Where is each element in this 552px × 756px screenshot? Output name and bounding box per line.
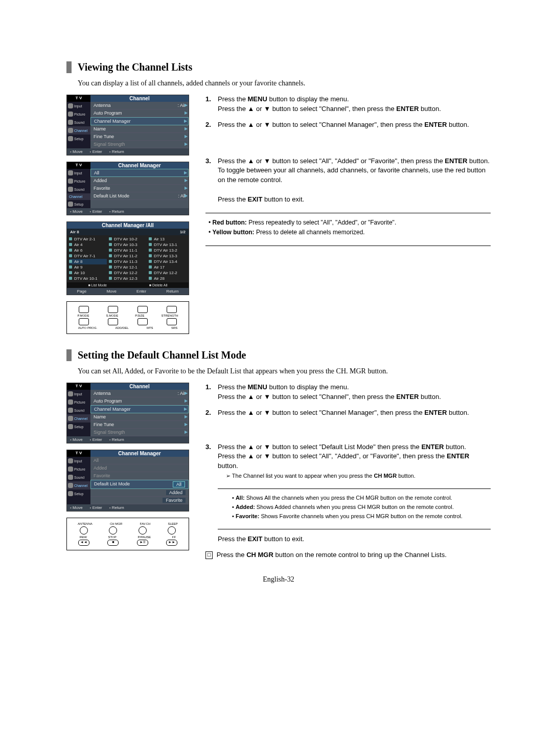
sound-icon bbox=[68, 187, 73, 192]
remote-diagram-b: ANTENNA CH MGR FAV.CH SLEEP REW STOP P/P… bbox=[66, 518, 189, 550]
section-b-title: Setting the Default Channel List Mode bbox=[66, 349, 491, 361]
picture-icon bbox=[68, 179, 73, 184]
osd-tv-label: T V bbox=[67, 95, 90, 102]
osd-row-all: All▶ bbox=[90, 169, 189, 177]
osd-row-autoprogram: Auto Program▶ bbox=[90, 109, 189, 117]
osd-row-default-list-b: Default List Mode All bbox=[90, 480, 189, 489]
osd-side-sound: Sound bbox=[67, 118, 90, 126]
osd-row-default-list: Default List Mode: All▶ bbox=[90, 192, 189, 200]
divider bbox=[205, 246, 491, 246]
step-b3: 3. Press the ▲ or ▼ button to select "De… bbox=[205, 442, 491, 544]
page-number: English-32 bbox=[66, 575, 491, 584]
osd-row-finetune: Fine Tune▶ bbox=[90, 133, 189, 141]
channel-icon bbox=[68, 128, 73, 133]
osd-default-list-mode: T V Channel Manager Input Picture Sound … bbox=[66, 450, 189, 512]
osd-row-signal: Signal Strength▶ bbox=[90, 141, 189, 148]
note-yellow: • Yellow button: Press to delete all cha… bbox=[209, 228, 491, 237]
input-icon bbox=[68, 103, 73, 108]
osd-row-antenna: Antenna: Air▶ bbox=[90, 102, 189, 109]
osd-footer: MoveEnterReturn bbox=[67, 148, 189, 155]
grid-col-2: DTV Air 10-2 DTV Air 10-3 DTV Air 11-1 D… bbox=[109, 236, 147, 281]
setup-icon bbox=[68, 202, 73, 207]
channel-grid: Channel Manager /All Air 81/2 DTV Air 2-… bbox=[66, 221, 189, 295]
section-a-subtitle: You can display a list of all channels, … bbox=[66, 79, 491, 87]
step-b1: 1. Press the MENU button to display the … bbox=[205, 383, 491, 402]
osd-channel-manager-menu: T V Channel Manager Input Picture Sound … bbox=[66, 162, 189, 215]
section-a-title: Viewing the Channel Lists bbox=[66, 61, 491, 73]
osd-row-name: Name▶ bbox=[90, 125, 189, 133]
osd-side-channel: Channel bbox=[67, 126, 90, 135]
remote-icon: ☐ bbox=[205, 551, 213, 559]
osd-side-setup: Setup bbox=[67, 135, 90, 143]
setup-icon bbox=[68, 136, 73, 141]
osd-title: Channel bbox=[90, 95, 189, 102]
step-a1: 1. Press the MENU button to display the … bbox=[205, 95, 491, 114]
input-icon bbox=[68, 170, 73, 175]
remote-tip: ☐ Press the CH MGR button on the remote … bbox=[205, 550, 491, 560]
osd-row-favorite: Favorite▶ bbox=[90, 185, 189, 192]
divider bbox=[205, 213, 491, 213]
step-a3: 3. Press the ▲ or ▼ button to select "Al… bbox=[205, 157, 491, 205]
grid-col-1: DTV Air 2-1 Air 4 Air 6 DTV Air 7-1 Air … bbox=[69, 236, 107, 281]
osd-side-input: Input bbox=[67, 102, 90, 110]
picture-icon bbox=[68, 112, 73, 117]
step-a2: 2. Press the ▲ or ▼ button to select "Ch… bbox=[205, 120, 491, 130]
remote-diagram-a: P.MODE S.MODE P.SIZE STRENGTH AUTO PROG.… bbox=[66, 301, 189, 334]
note-red: • Red button: Press repeatedly to select… bbox=[209, 218, 491, 227]
osd-side-picture: Picture bbox=[67, 110, 90, 118]
osd-channel-menu: T V Channel Input Picture Sound Channel … bbox=[66, 95, 189, 155]
osd-channel-menu-b: T V Channel Input Picture Sound Channel … bbox=[66, 383, 189, 443]
section-b-subtitle: You can set All, Added, or Favorite to b… bbox=[66, 367, 491, 375]
osd-row-added: Added▶ bbox=[90, 177, 189, 185]
grid-col-3: Air 13 DTV Air 13-1 DTV Air 13-2 DTV Air… bbox=[149, 236, 187, 281]
sound-icon bbox=[68, 120, 73, 125]
step-b2: 2. Press the ▲ or ▼ button to select "Ch… bbox=[205, 408, 491, 418]
osd-row-channel-manager: Channel Manager▶ bbox=[90, 117, 189, 125]
